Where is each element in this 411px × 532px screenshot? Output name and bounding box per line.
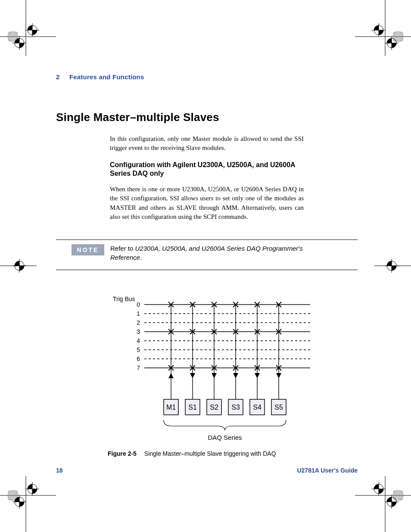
- content-column: 2 Features and Functions Single Master–m…: [56, 73, 358, 457]
- page-footer: 18 U2781A User's Guide: [56, 467, 358, 474]
- note-prefix: Refer to: [110, 245, 135, 252]
- svg-text:1: 1: [137, 310, 140, 317]
- section-title: Single Master–multiple Slaves: [56, 111, 358, 124]
- svg-text:S3: S3: [231, 404, 240, 411]
- svg-text:S5: S5: [274, 404, 283, 411]
- guide-name: U2781A User's Guide: [297, 467, 358, 474]
- note-block: NOTE Refer to U2300A, U2500A, and U2600A…: [56, 235, 358, 274]
- svg-marker-82: [233, 373, 238, 378]
- page-number: 18: [56, 467, 63, 474]
- svg-text:S1: S1: [188, 404, 197, 411]
- svg-marker-52: [168, 373, 174, 378]
- svg-text:3: 3: [137, 328, 140, 335]
- svg-text:S4: S4: [253, 404, 262, 411]
- svg-text:M1: M1: [166, 404, 176, 411]
- sub-heading: Configuration with Agilent U2300A, U2500…: [110, 161, 308, 179]
- svg-text:2: 2: [137, 319, 140, 326]
- svg-text:0: 0: [137, 301, 140, 308]
- svg-text:5: 5: [137, 346, 140, 353]
- note-italic: U2300A, U2500A, and U2600A Series DAQ Pr…: [110, 245, 303, 261]
- page: 2 Features and Functions Single Master–m…: [0, 0, 411, 532]
- svg-text:S2: S2: [210, 404, 218, 411]
- running-head: 2 Features and Functions: [56, 73, 358, 81]
- svg-marker-92: [255, 373, 260, 378]
- svg-marker-62: [190, 373, 195, 378]
- figure-text: Single Master–multiple Slave triggering …: [144, 450, 276, 457]
- figure-caption: Figure 2-5 Single Master–multiple Slave …: [108, 450, 358, 457]
- svg-text:4: 4: [137, 337, 140, 344]
- figure-id: Figure 2-5: [108, 450, 137, 457]
- svg-marker-102: [276, 373, 281, 378]
- svg-text:6: 6: [137, 355, 140, 362]
- chapter-title: Features and Functions: [69, 73, 144, 81]
- svg-marker-72: [212, 373, 217, 378]
- note-badge: NOTE: [72, 244, 104, 255]
- svg-text:Trig Bus: Trig Bus: [113, 296, 135, 302]
- svg-text:DAQ Series: DAQ Series: [208, 434, 242, 441]
- diagram: Trig Bus01234567M1S1S2S3S4S5DAQ Series: [108, 292, 323, 442]
- svg-text:7: 7: [137, 364, 140, 371]
- chapter-number: 2: [56, 73, 60, 81]
- note-suffix: .: [140, 254, 142, 261]
- note-text: Refer to U2300A, U2500A, and U2600A Seri…: [110, 244, 304, 262]
- sub-paragraph: When there is one or more U2300A, U2500A…: [110, 185, 304, 221]
- intro-paragraph: In this configuration, only one Master m…: [110, 134, 304, 153]
